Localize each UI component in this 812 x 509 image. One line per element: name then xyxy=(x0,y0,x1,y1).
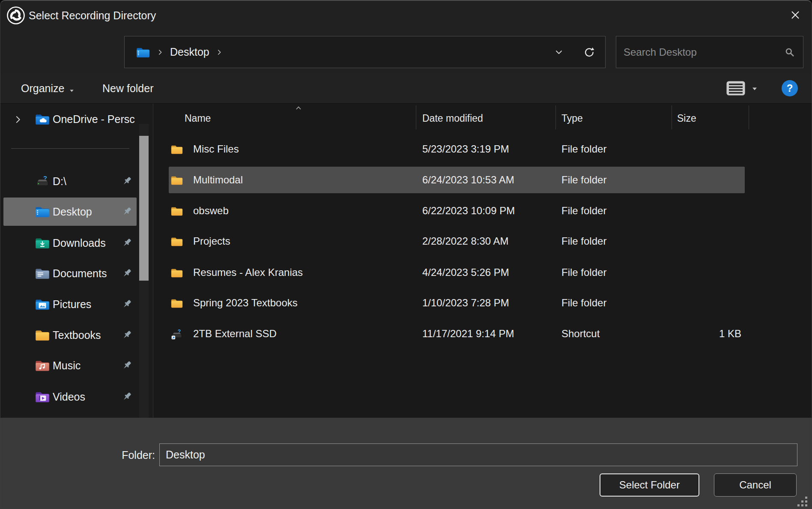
file-date-modified: 2/28/2022 8:30 AM xyxy=(422,226,509,257)
file-type: File folder xyxy=(561,195,606,226)
sidebar-item-label: Textbooks xyxy=(53,329,101,341)
view-selector-button[interactable] xyxy=(726,81,746,96)
close-icon xyxy=(789,9,802,21)
expand-chevron-icon[interactable] xyxy=(13,114,23,124)
file-row-2tb-external-ssd[interactable]: ?2TB External SSD11/17/2021 9:14 PMShort… xyxy=(153,318,761,349)
sidebar-item-textbooks[interactable]: Textbooks xyxy=(0,321,140,349)
sidebar-item-label: Documents xyxy=(53,267,107,280)
resize-grip[interactable] xyxy=(790,489,807,506)
file-row-spring-2023-textbooks[interactable]: Spring 2023 Textbooks1/10/2023 7:28 PMFi… xyxy=(153,287,761,318)
sidebar-item-documents[interactable]: Documents xyxy=(0,259,140,287)
breadcrumb-item-desktop[interactable]: Desktop xyxy=(170,46,209,58)
sidebar-item-onedrive-persc[interactable]: OneDrive - Persc xyxy=(0,105,140,133)
address-bar[interactable]: Desktop xyxy=(124,36,606,68)
desktop-folder-icon xyxy=(136,46,150,59)
sidebar-scrollbar-thumb[interactable] xyxy=(139,136,149,281)
navigation-toolbar: Desktop xyxy=(0,30,812,73)
search-input[interactable] xyxy=(616,46,784,58)
file-date-modified: 4/24/2023 5:26 PM xyxy=(422,257,509,288)
file-type: File folder xyxy=(561,287,606,318)
breadcrumb-chevron-icon[interactable] xyxy=(216,49,223,56)
column-separator[interactable] xyxy=(555,105,556,129)
folder-downloads-icon xyxy=(35,236,50,250)
caret-down-icon xyxy=(69,84,75,90)
column-separator[interactable] xyxy=(672,105,672,129)
sidebar-item-videos[interactable]: Videos xyxy=(0,383,140,411)
cancel-button[interactable]: Cancel xyxy=(714,473,797,497)
file-list-pane: NameDate modifiedTypeSize Misc Files5/23… xyxy=(153,104,812,418)
pin-icon xyxy=(121,237,133,249)
organize-label: Organize xyxy=(21,82,64,95)
file-size xyxy=(667,134,741,165)
column-separator[interactable] xyxy=(416,105,416,129)
pin-icon xyxy=(121,175,133,187)
folder-icon xyxy=(170,195,185,226)
select-folder-button[interactable]: Select Folder xyxy=(600,473,699,497)
search-icon[interactable] xyxy=(784,47,795,58)
file-name: Resumes - Alex Kranias xyxy=(193,257,303,288)
file-size xyxy=(667,165,741,195)
new-folder-button[interactable]: New folder xyxy=(100,73,156,103)
refresh-icon[interactable] xyxy=(583,46,596,59)
folder-icon xyxy=(170,257,185,288)
file-date-modified: 1/10/2023 7:28 PM xyxy=(422,287,509,318)
help-button[interactable]: ? xyxy=(782,80,798,96)
sidebar-item-label: OneDrive - Persc xyxy=(53,113,135,126)
address-dropdown-icon[interactable] xyxy=(554,47,564,57)
file-row-obsweb[interactable]: obsweb6/22/2023 10:09 PMFile folder xyxy=(153,195,761,226)
file-name: Projects xyxy=(193,226,230,257)
file-row-multimodal[interactable]: Multimodal6/24/2023 10:53 AMFile folder xyxy=(153,165,761,195)
file-size xyxy=(667,287,741,318)
organize-button[interactable]: Organize xyxy=(18,73,78,103)
sidebar-item-desktop[interactable]: Desktop xyxy=(3,198,137,226)
breadcrumb-chevron-icon xyxy=(157,49,164,56)
file-date-modified: 6/22/2023 10:09 PM xyxy=(422,195,515,226)
folder-field-label: Folder: xyxy=(99,449,155,461)
title-bar: Select Recording Directory xyxy=(0,1,812,30)
sidebar-item-downloads[interactable]: Downloads xyxy=(0,229,140,257)
help-glyph: ? xyxy=(787,82,793,94)
sidebar-item-music[interactable]: Music xyxy=(0,351,140,380)
pin-icon xyxy=(121,359,133,371)
sidebar-item-label: Music xyxy=(53,359,81,372)
file-name: obsweb xyxy=(193,195,229,226)
navigation-pane: OneDrive - Persc?D:\ Desktop Downloads D… xyxy=(0,104,153,418)
file-type: File folder xyxy=(561,257,606,288)
sidebar-item-pictures[interactable]: Pictures xyxy=(0,290,140,318)
pin-icon xyxy=(121,267,133,279)
file-row-projects[interactable]: Projects2/28/2022 8:30 AMFile folder xyxy=(153,226,761,257)
column-header-date-modified[interactable]: Date modified xyxy=(422,111,483,125)
file-name: Multimodal xyxy=(193,165,243,195)
drive-shortcut-icon: ? xyxy=(170,318,185,349)
file-row-misc-files[interactable]: Misc Files5/23/2023 3:19 PMFile folder xyxy=(153,134,761,165)
sidebar-item-label: Downloads xyxy=(53,237,106,249)
close-button[interactable] xyxy=(782,3,808,27)
folder-icon xyxy=(170,226,185,257)
file-row-resumes-alex-kranias[interactable]: Resumes - Alex Kranias4/24/2023 5:26 PMF… xyxy=(153,257,761,288)
file-size: 1 KB xyxy=(667,318,741,349)
new-folder-label: New folder xyxy=(102,82,154,95)
view-selector-caret-icon[interactable] xyxy=(751,85,758,93)
folder-icon xyxy=(170,165,185,195)
folder-onedrive-icon xyxy=(35,112,50,126)
drive-icon: ? xyxy=(35,174,50,188)
pin-icon xyxy=(121,206,133,218)
sidebar-divider xyxy=(11,148,129,149)
column-header-size[interactable]: Size xyxy=(677,111,696,125)
column-header-name[interactable]: Name xyxy=(185,111,211,125)
folder-documents-icon xyxy=(35,266,50,280)
window-title: Select Recording Directory xyxy=(29,1,156,30)
footer-bar: Folder: Select Folder Cancel xyxy=(0,418,812,509)
column-header-type[interactable]: Type xyxy=(561,111,583,125)
column-separator[interactable] xyxy=(749,105,749,129)
sidebar-item-d[interactable]: ?D:\ xyxy=(0,167,140,195)
sidebar-scrollbar-track[interactable] xyxy=(139,124,149,418)
pin-icon xyxy=(121,298,133,310)
sidebar-item-label: Desktop xyxy=(53,206,92,218)
sidebar-item-label: Pictures xyxy=(53,298,91,311)
sidebar-item-label: Videos xyxy=(53,391,85,403)
folder-name-input[interactable] xyxy=(159,443,797,466)
folder-music-icon xyxy=(35,359,50,372)
file-name: Misc Files xyxy=(193,134,239,165)
file-date-modified: 11/17/2021 9:14 PM xyxy=(422,318,514,349)
